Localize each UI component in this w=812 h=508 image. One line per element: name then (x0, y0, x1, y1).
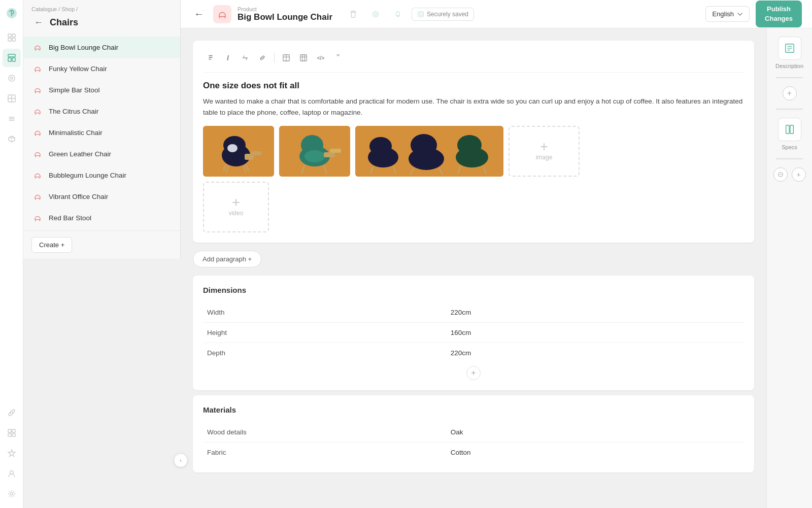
delete-button[interactable] (345, 6, 362, 23)
content-with-sidebar: I </> " (181, 28, 812, 508)
view-button[interactable] (367, 6, 384, 23)
list-item[interactable]: Bubblegum Lounge Chair (23, 164, 180, 186)
breadcrumb-catalogue[interactable]: Catalogue (31, 6, 57, 12)
content-area: I </> " (181, 28, 766, 508)
back-button[interactable]: ← (31, 15, 46, 29)
row-value[interactable]: 160cm (447, 323, 744, 343)
chair-image-1[interactable] (203, 126, 274, 177)
editor-card: I </> " (193, 41, 754, 243)
list-item[interactable]: Simple Bar Stool (23, 79, 180, 100)
row-value[interactable]: 220cm (447, 343, 744, 363)
add-paragraph-button[interactable]: Add paragraph + (193, 251, 261, 267)
svg-rect-50 (330, 149, 341, 153)
item-icon (31, 41, 44, 53)
row-label: Depth (203, 343, 447, 363)
svg-rect-3 (12, 38, 15, 41)
code-toolbar-btn[interactable]: </> (313, 51, 328, 65)
topbar-back-button[interactable]: ← (191, 6, 207, 22)
top-bar-info: Product Big Bowl Lounge Chair (238, 6, 332, 22)
item-list: Big Bowl Lounge Chair Funky Yellow Chair… (23, 35, 180, 230)
row-value[interactable]: 220cm (447, 302, 744, 323)
svg-point-48 (304, 150, 325, 162)
language-label: English (712, 10, 734, 18)
quote-toolbar-btn[interactable]: " (330, 51, 346, 65)
list-item-label: The Citrus Chair (49, 108, 98, 115)
list-item[interactable]: Red Bar Stool (23, 207, 180, 228)
svg-rect-5 (8, 58, 11, 61)
left-panel-header: Catalogue / Shop / ← Chairs (23, 0, 180, 35)
home-nav-icon[interactable] (3, 28, 21, 47)
list-item[interactable]: Minimalistic Chair (23, 122, 180, 143)
link-bottom-icon[interactable] (3, 403, 21, 422)
product-title: Big Bowl Lounge Chair (238, 12, 332, 22)
svg-rect-49 (324, 152, 335, 157)
language-selector[interactable]: English (705, 6, 750, 22)
add-row-button[interactable]: + (466, 366, 481, 380)
italic-btn[interactable]: I (220, 51, 235, 65)
toolbar-separator (274, 53, 275, 63)
list-item-label: Funky Yellow Chair (49, 65, 107, 73)
table-row: Fabric Cotton (203, 443, 744, 463)
list-item-label: Big Bowl Lounge Chair (49, 44, 118, 51)
row-label: Width (203, 302, 447, 323)
row-value[interactable]: Oak (447, 422, 744, 443)
rs-filter-button[interactable] (773, 167, 788, 182)
left-panel: Catalogue / Shop / ← Chairs (23, 0, 181, 259)
editor-body[interactable]: We wanted to make a chair that is comfor… (203, 96, 744, 118)
rs-add-button-1[interactable]: + (783, 86, 797, 100)
paragraph-btn[interactable] (203, 51, 218, 65)
rs-add-small-button[interactable]: + (792, 167, 806, 182)
collapse-panel-button[interactable]: ‹ (174, 453, 188, 467)
chair-image-3[interactable] (355, 126, 503, 177)
materials-table: Wood details Oak Fabric Cotton (203, 422, 744, 462)
materials-title: Materials (203, 405, 744, 414)
materials-card: Materials Wood details Oak Fabric Cotton (193, 395, 754, 472)
bell-button[interactable] (389, 6, 407, 23)
svg-rect-19 (8, 433, 11, 436)
item-icon (31, 105, 44, 117)
svg-rect-6 (12, 58, 15, 61)
box-nav-icon[interactable] (3, 130, 21, 148)
list-item[interactable]: Funky Yellow Chair (23, 58, 180, 79)
image-placeholder[interactable]: image (509, 126, 580, 177)
publish-button[interactable]: PublishChanges (756, 1, 802, 27)
svg-point-24 (373, 11, 378, 17)
item-icon (31, 84, 44, 96)
panel-title: Chairs (50, 17, 78, 28)
svg-rect-44 (251, 151, 261, 155)
item-icon (31, 126, 44, 139)
video-placeholder[interactable]: video (203, 182, 269, 232)
svg-point-59 (411, 134, 437, 156)
svg-rect-23 (350, 12, 356, 13)
strikethrough-btn[interactable] (238, 51, 253, 65)
editor-heading[interactable]: One size does not fit all (203, 81, 744, 91)
breadcrumb-shop[interactable]: Shop (61, 6, 75, 12)
description-label: Description (775, 63, 803, 69)
apps-bottom-icon[interactable] (3, 424, 21, 442)
table2-toolbar-btn[interactable] (296, 51, 311, 65)
list-item[interactable]: Big Bowl Lounge Chair (23, 37, 180, 58)
link-toolbar-btn[interactable] (255, 51, 270, 65)
specs-icon-btn[interactable] (778, 118, 801, 141)
table-row: Wood details Oak (203, 422, 744, 443)
row-value[interactable]: Cotton (447, 443, 744, 463)
star-bottom-icon[interactable] (3, 444, 21, 462)
rs-description-section: Description (767, 37, 812, 69)
list-item[interactable]: The Citrus Chair (23, 100, 180, 122)
create-button[interactable]: Create + (31, 237, 72, 253)
layout-nav-icon[interactable] (3, 49, 21, 67)
circle-nav-icon[interactable] (3, 69, 21, 87)
list-item[interactable]: Green Leather Chair (23, 143, 180, 164)
description-icon-btn[interactable] (778, 37, 801, 60)
list-item-label: Bubblegum Lounge Chair (49, 172, 126, 179)
list-nav-icon[interactable] (3, 110, 21, 128)
chair-image-2[interactable] (279, 126, 350, 177)
list-item[interactable]: Vibrant Office Chair (23, 186, 180, 207)
user-bottom-icon[interactable] (3, 464, 21, 483)
grid-nav-icon[interactable] (3, 89, 21, 108)
row-label: Wood details (203, 422, 447, 443)
product-icon (213, 5, 231, 23)
rs-divider-2 (776, 109, 803, 110)
gear-bottom-icon[interactable] (3, 485, 21, 503)
table-toolbar-btn[interactable] (279, 51, 294, 65)
